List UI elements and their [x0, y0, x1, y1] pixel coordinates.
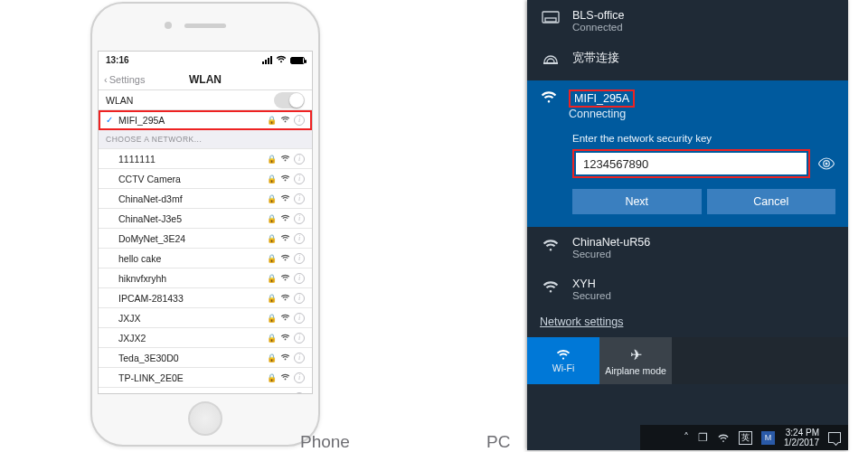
wifi-tile-label: Wi-Fi: [552, 363, 575, 373]
network-settings-link[interactable]: Network settings: [527, 310, 636, 337]
tray-network-icon[interactable]: [717, 433, 730, 443]
network-row[interactable]: 1111111🔒i: [99, 149, 312, 169]
wifi-icon: [280, 333, 290, 343]
network-name: TP-LINK_DD08: [118, 392, 267, 395]
info-icon[interactable]: i: [294, 273, 305, 284]
network-row[interactable]: hiknvfxryhh🔒i: [99, 268, 312, 288]
network-row[interactable]: JXJX2🔒i: [99, 328, 312, 348]
broadband-icon: [540, 51, 561, 65]
network-row[interactable]: TP-LINK_DD08🔒i: [99, 388, 312, 394]
info-icon[interactable]: i: [294, 193, 305, 204]
wifi-icon: [280, 233, 290, 243]
wifi-icon: [280, 273, 290, 283]
lock-icon: 🔒: [267, 116, 277, 125]
wifi-icon: [540, 89, 558, 104]
available-network-item[interactable]: XYHSecured: [527, 268, 848, 310]
ime-lang[interactable]: 英: [739, 431, 752, 445]
airplane-icon: ✈: [630, 346, 642, 363]
airplane-tile-label: Airplane mode: [605, 365, 666, 376]
network-name: Teda_3E30D0: [118, 353, 267, 363]
network-row[interactable]: CCTV Camera🔒i: [99, 169, 312, 189]
wlan-label: WLAN: [106, 95, 274, 106]
network-name: ChinaNet-J3e5: [118, 213, 267, 224]
info-icon[interactable]: i: [294, 253, 305, 264]
info-icon[interactable]: i: [294, 313, 305, 324]
network-name: hiknvfxryhh: [118, 273, 267, 284]
phone-screen: 13:16 ‹ Settings WLAN WLAN ✓ MIFI_295A: [98, 51, 313, 394]
ethernet-status: Connected: [572, 22, 624, 33]
lock-icon: 🔒: [267, 234, 277, 243]
wifi-icon: [280, 313, 290, 323]
chevron-left-icon: ‹: [104, 74, 108, 85]
network-status: Secured: [572, 249, 650, 259]
connected-network-row[interactable]: ✓ MIFI_295A 🔒 i: [99, 110, 312, 130]
security-key-input[interactable]: [576, 153, 807, 174]
network-name: DoMyNet_3E24: [118, 233, 267, 244]
wifi-icon: [280, 174, 290, 184]
network-row[interactable]: IPCAM-281433🔒i: [99, 288, 312, 308]
quick-tiles: Wi-Fi ✈ Airplane mode: [527, 337, 848, 384]
action-center-icon[interactable]: [828, 432, 841, 443]
status-bar: 13:16: [99, 52, 312, 69]
info-icon[interactable]: i: [294, 353, 305, 363]
lock-icon: 🔒: [267, 334, 277, 343]
info-icon[interactable]: i: [294, 233, 305, 244]
lock-icon: 🔒: [267, 214, 277, 223]
info-icon[interactable]: i: [294, 293, 305, 304]
airplane-tile[interactable]: ✈ Airplane mode: [599, 337, 672, 384]
network-row[interactable]: JXJX🔒i: [99, 308, 312, 328]
network-row[interactable]: Teda_3E30D0🔒i: [99, 348, 312, 368]
network-row[interactable]: ChinaNet-J3e5🔒i: [99, 209, 312, 229]
selected-network-block: MIFI_295A Connecting Enter the network s…: [527, 80, 848, 227]
info-icon[interactable]: i: [294, 392, 305, 395]
wifi-tile[interactable]: Wi-Fi: [527, 337, 599, 384]
lock-icon: 🔒: [267, 274, 277, 283]
info-icon[interactable]: i: [294, 213, 305, 224]
network-row[interactable]: ChinaNet-d3mf🔒i: [99, 189, 312, 209]
tray-up-icon[interactable]: ˄: [684, 431, 689, 444]
selected-network-name: MIFI_295A: [569, 89, 635, 108]
home-button[interactable]: [188, 401, 222, 436]
network-row[interactable]: TP-LINK_2E0E🔒i: [99, 368, 312, 388]
wlan-toggle[interactable]: [274, 92, 305, 108]
lock-icon: 🔒: [267, 373, 277, 382]
available-network-item[interactable]: ChinaNet-uR56Secured: [527, 227, 848, 268]
cellular-signal-icon: [262, 56, 272, 64]
svg-rect-2: [543, 62, 558, 64]
lock-icon: 🔒: [267, 194, 277, 203]
wifi-icon: [555, 348, 571, 361]
reveal-password-icon[interactable]: [817, 157, 835, 170]
tray-display-icon[interactable]: ❐: [698, 431, 708, 444]
broadband-name: 宽带连接: [572, 51, 619, 66]
info-icon[interactable]: i: [294, 333, 305, 344]
front-camera: [165, 22, 172, 29]
taskbar-clock[interactable]: 3:24 PM 1/2/2017: [784, 428, 819, 447]
back-button[interactable]: ‹ Settings: [104, 74, 172, 85]
lock-icon: 🔒: [267, 314, 277, 323]
wifi-icon: [280, 372, 290, 382]
network-row[interactable]: DoMyNet_3E24🔒i: [99, 229, 312, 249]
info-icon[interactable]: i: [294, 372, 305, 383]
info-icon[interactable]: i: [294, 174, 305, 184]
cancel-button[interactable]: Cancel: [707, 189, 836, 214]
broadband-item[interactable]: 宽带连接: [527, 42, 848, 75]
ethernet-icon: [540, 9, 561, 25]
network-name: IPCAM-281433: [118, 293, 267, 304]
wifi-icon: [540, 278, 561, 294]
svg-rect-1: [545, 18, 556, 22]
network-name: JXJX2: [118, 333, 267, 344]
network-row[interactable]: hello cake🔒i: [99, 249, 312, 268]
info-icon[interactable]: i: [294, 115, 305, 126]
next-button[interactable]: Next: [572, 189, 702, 214]
wifi-icon: [280, 115, 290, 125]
choose-network-header: CHOOSE A NETWORK...: [99, 130, 312, 149]
nav-title: WLAN: [172, 73, 240, 86]
ime-mode[interactable]: M: [761, 431, 775, 445]
wifi-icon: [280, 253, 290, 263]
network-name: JXJX: [118, 313, 267, 324]
lock-icon: 🔒: [267, 353, 277, 363]
info-icon[interactable]: i: [294, 154, 305, 165]
ethernet-item[interactable]: BLS-office Connected: [527, 0, 848, 42]
selected-network-status: Connecting: [569, 108, 635, 120]
security-key-prompt: Enter the network security key: [572, 133, 835, 144]
